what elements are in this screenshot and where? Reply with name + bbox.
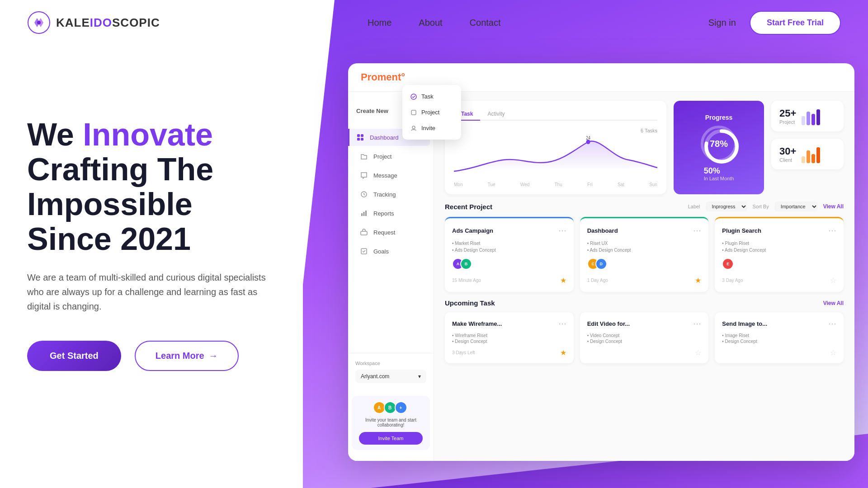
progress-label: Progress	[705, 114, 733, 121]
dash-sidebar: Create New + Task Project Invite	[348, 92, 434, 461]
dash-body: Create New + Task Project Invite	[348, 92, 854, 461]
project-card-dashboard: Dashboard ⋯ • Riset UX • Ads Design Conc…	[580, 217, 709, 292]
project-card-dashboard-header: Dashboard ⋯	[587, 225, 702, 235]
projects-row: Ads Campaign ⋯ • Market Riset • Ads Desi…	[445, 217, 844, 292]
day-tue: Tue	[488, 182, 495, 187]
progress-sub-text: In Last Month	[704, 176, 734, 181]
recent-projects-view-all[interactable]: View All	[823, 203, 844, 210]
upcoming-view-all[interactable]: View All	[823, 300, 844, 306]
tasks-row: Make Wireframe... ⋯ • Wireframe Riset • …	[445, 312, 844, 363]
header: KALEIDOSCOPIC Home About Contact Sign in…	[0, 0, 868, 45]
progress-sub-pct: 50%	[704, 166, 734, 176]
task-star-video[interactable]: ☆	[695, 348, 701, 357]
folder-icon	[360, 152, 368, 160]
task-card-wireframe-header: Make Wireframe... ⋯	[452, 319, 566, 328]
task-footer-video: ☆	[587, 348, 702, 357]
nav-home[interactable]: Home	[368, 18, 392, 28]
project-time-ads: 15 Minute Ago	[452, 278, 481, 283]
project-name-dashboard: Dashboard	[587, 227, 618, 234]
day-sun: Sun	[649, 182, 657, 187]
project-name-ads: Ads Campaign	[452, 227, 493, 234]
task-tag-wireframe-1: • Wireframe Riset	[452, 333, 566, 338]
stats-column: 25+ Project 30+ Client	[771, 101, 844, 194]
task-footer-wireframe: 3 Days Left ★	[452, 348, 566, 357]
nav-contact[interactable]: Contact	[470, 18, 501, 28]
activity-chart: 24	[454, 135, 657, 180]
day-thu: Thu	[554, 182, 562, 187]
project-time-dash: 1 Day Ago	[587, 278, 608, 283]
nav: Home About Contact	[368, 18, 501, 28]
project-name-plugin: Plugin Search	[722, 227, 761, 234]
project-footer-plugin: 3 Day Ago ☆	[722, 276, 836, 285]
svg-rect-5	[357, 134, 360, 137]
hero-buttons: Get Started Learn More →	[27, 341, 276, 371]
hero-heading-pre: We	[27, 117, 83, 152]
task-star-image[interactable]: ☆	[830, 348, 836, 357]
progress-sub-row: 50% In Last Month	[704, 166, 734, 181]
filter-label: Label	[688, 204, 700, 209]
project-tag-plugin-1: • Plugin Riset	[722, 241, 836, 246]
sidebar-label-reports: Reports	[373, 210, 394, 217]
project-more-plugin[interactable]: ⋯	[828, 225, 836, 235]
sidebar-item-tracking[interactable]: Tracking	[352, 186, 430, 203]
project-more-ads[interactable]: ⋯	[558, 225, 566, 235]
sidebar-item-goals[interactable]: Goals	[352, 243, 430, 260]
task-more-wireframe[interactable]: ⋯	[558, 319, 566, 328]
workspace-section: Workspace Arlyant.com ▾	[348, 353, 434, 390]
chat-icon	[360, 171, 368, 179]
day-fri: Fri	[587, 182, 593, 187]
sidebar-item-reports[interactable]: Reports	[352, 205, 430, 222]
task-card-video: Edit Video for... ⋯ • Video Concept • De…	[580, 312, 709, 363]
logo: KALEIDOSCOPIC	[27, 11, 160, 34]
invite-team-button[interactable]: Invite Team	[359, 432, 423, 445]
sign-in-link[interactable]: Sign in	[708, 18, 736, 28]
star-icon-ads[interactable]: ★	[560, 276, 566, 285]
recent-projects-header: Recent Project Label Inprogress Sort By …	[445, 202, 844, 211]
task-star-wireframe[interactable]: ★	[560, 348, 566, 357]
project-avatar-plugin-1: E	[722, 258, 734, 270]
label-filter-select[interactable]: Inprogress	[706, 202, 747, 211]
task-name-video: Edit Video for...	[587, 320, 630, 327]
star-icon-plugin[interactable]: ☆	[830, 276, 836, 285]
sidebar-label-project: Project	[373, 153, 392, 160]
sort-label: Sort By	[753, 204, 769, 209]
project-avatars-plugin: E	[722, 258, 836, 270]
dropdown-invite[interactable]: Invite	[402, 120, 461, 136]
hero-heading: We Innovate Crafting TheImpossible Since…	[27, 117, 276, 257]
project-card-ads: Ads Campaign ⋯ • Market Riset • Ads Desi…	[445, 217, 574, 292]
star-icon-dash[interactable]: ★	[695, 276, 701, 285]
workspace-select[interactable]: Arlyant.com ▾	[355, 370, 426, 383]
share-icon	[360, 228, 368, 236]
logo-text: KALEIDOSCOPIC	[56, 16, 160, 30]
svg-rect-8	[361, 138, 363, 141]
sidebar-label-goals: Goals	[373, 248, 389, 255]
stat-card-project: 25+ Project	[771, 101, 844, 131]
start-trial-button[interactable]: Start Free Trial	[750, 11, 841, 35]
hero-heading-highlight: Innovate	[83, 117, 213, 152]
nav-actions: Sign in Start Free Trial	[708, 11, 841, 35]
task-icon	[410, 94, 417, 100]
task-more-image[interactable]: ⋯	[828, 319, 836, 328]
get-started-button[interactable]: Get Started	[27, 341, 121, 371]
dropdown-task[interactable]: Task	[402, 92, 461, 104]
stat-text-project: 25+ Project	[779, 108, 796, 125]
learn-more-button[interactable]: Learn More →	[135, 341, 239, 371]
invite-avatars: A B +	[359, 401, 423, 414]
task-name-wireframe: Make Wireframe...	[452, 320, 502, 327]
task-tag-image-1: • Image Riset	[722, 333, 836, 338]
sidebar-item-request[interactable]: Request	[352, 224, 430, 241]
sort-filter-select[interactable]: Importance	[774, 202, 818, 211]
dropdown-project[interactable]: Project	[402, 104, 461, 120]
day-mon: Mon	[454, 182, 462, 187]
sidebar-item-project[interactable]: Project	[352, 148, 430, 165]
task-tag-wireframe-2: • Design Concept	[452, 339, 566, 344]
sidebar-item-message[interactable]: Message	[352, 167, 430, 184]
project-more-dashboard[interactable]: ⋯	[693, 225, 701, 235]
project-avatar-dash-2: D	[595, 258, 607, 270]
nav-about[interactable]: About	[419, 18, 442, 28]
progress-donut	[703, 128, 740, 164]
tab-activity[interactable]: Activity	[480, 108, 512, 121]
invite-description: Invite your team and start collaborating…	[359, 418, 423, 427]
task-more-video[interactable]: ⋯	[693, 319, 701, 328]
hero-section: We Innovate Crafting TheImpossible Since…	[0, 0, 303, 488]
